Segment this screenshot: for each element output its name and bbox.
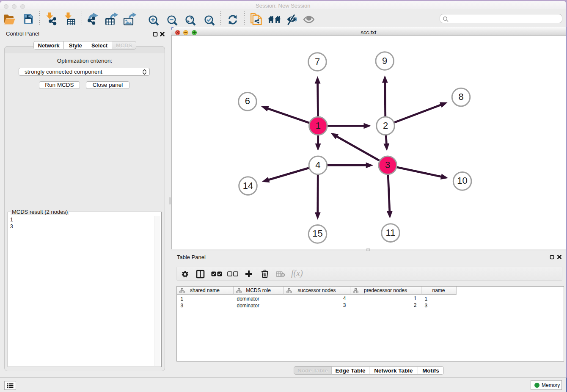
svg-text:11: 11 (386, 227, 396, 238)
svg-text:6: 6 (245, 96, 250, 106)
svg-text:4: 4 (315, 160, 320, 170)
svg-text:3: 3 (385, 160, 390, 170)
svg-text:7: 7 (315, 56, 320, 67)
svg-text:14: 14 (243, 180, 253, 191)
svg-text:8: 8 (458, 91, 463, 102)
svg-text:1: 1 (316, 120, 321, 131)
svg-text:2: 2 (383, 120, 388, 131)
svg-text:9: 9 (382, 55, 387, 66)
svg-text:10: 10 (457, 175, 467, 186)
svg-text:15: 15 (312, 228, 322, 239)
